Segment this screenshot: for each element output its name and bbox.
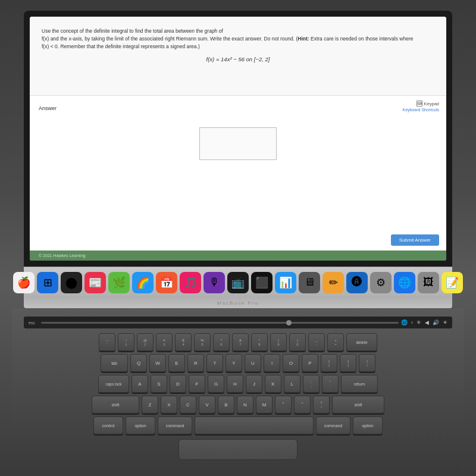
key-k[interactable]: K bbox=[265, 375, 281, 393]
tb-globe-icon: 🌐 bbox=[401, 320, 408, 325]
key-5[interactable]: %5 bbox=[194, 333, 211, 351]
key-option-left[interactable]: option bbox=[126, 416, 155, 434]
key-x[interactable]: X bbox=[161, 396, 177, 414]
key-delete[interactable]: delete bbox=[346, 333, 377, 351]
esc-key-touchbar[interactable]: esc bbox=[29, 321, 35, 325]
touch-bar-icons: 🌐 ‹ ✳ ◀ 🔊 ☀ bbox=[401, 320, 447, 325]
key-7[interactable]: &7 bbox=[232, 333, 249, 351]
key-1[interactable]: !1 bbox=[118, 333, 134, 351]
keyboard-rows: ~` !1 @2 #3 $4 %5 ^6 &7 *8 (9 )0 _- += d… bbox=[24, 333, 452, 434]
answer-label: Answer bbox=[39, 105, 57, 111]
key-l[interactable]: L bbox=[284, 375, 300, 393]
key-p[interactable]: P bbox=[302, 354, 318, 372]
key-i[interactable]: I bbox=[264, 354, 280, 372]
key-u[interactable]: U bbox=[245, 354, 261, 372]
key-3[interactable]: #3 bbox=[156, 333, 173, 351]
problem-area: Use the concept of the definite integral… bbox=[30, 17, 446, 95]
key-g[interactable]: G bbox=[208, 375, 224, 393]
key-f[interactable]: F bbox=[189, 375, 205, 393]
dock-icon-chrome[interactable]: 🌐 bbox=[394, 272, 415, 293]
macos-dock: 🍎 ⊞ ⬤ 📰 🌿 🌈 📅 🎵 🎙 📺 ⬛ 📊 🖥 ✏ 🅐 ⚙ 🌐 🖼 📝 bbox=[24, 267, 452, 298]
key-s[interactable]: S bbox=[151, 375, 167, 393]
dock-icon-podcasts[interactable]: 🎙 bbox=[203, 272, 225, 293]
key-shift-left[interactable]: shift bbox=[92, 396, 139, 414]
keyboard-shortcuts-link[interactable]: Keyboard Shortcuts bbox=[403, 108, 439, 112]
key-h[interactable]: H bbox=[227, 375, 243, 393]
dock-icon-camera[interactable]: ⬤ bbox=[61, 272, 82, 293]
key-o[interactable]: O bbox=[283, 354, 299, 372]
key-backtick[interactable]: ~` bbox=[99, 333, 115, 351]
dock-icon-settings[interactable]: ⚙ bbox=[370, 272, 392, 293]
key-equals[interactable]: += bbox=[327, 333, 344, 351]
instruction-line3: x-axis, by taking the limit of the assoc… bbox=[68, 36, 298, 42]
dock-icon-preview[interactable]: 🖼 bbox=[418, 272, 439, 293]
key-y[interactable]: Y bbox=[226, 354, 242, 372]
tb-volume-icon: 🔊 bbox=[433, 320, 439, 325]
key-comma[interactable]: <, bbox=[275, 396, 292, 414]
dock-icon-finder[interactable]: 🍎 bbox=[13, 272, 35, 293]
keypad-area: ⌨ Keypad Keyboard Shortcuts bbox=[403, 101, 439, 112]
dock-icon-cal[interactable]: 📅 bbox=[156, 272, 177, 293]
key-space[interactable] bbox=[195, 416, 314, 434]
key-period[interactable]: >. bbox=[294, 396, 311, 414]
key-bracket-l[interactable]: {[ bbox=[321, 354, 337, 372]
key-tab[interactable]: tab bbox=[101, 354, 128, 372]
keypad-button[interactable]: ⌨ Keypad bbox=[403, 101, 439, 107]
asdf-row: caps lock A S D F G H J K L :; "' return bbox=[24, 375, 452, 393]
instruction-line1: Use the concept of the definite integral… bbox=[42, 28, 223, 34]
trackpad[interactable] bbox=[178, 439, 298, 460]
key-6[interactable]: ^6 bbox=[213, 333, 230, 351]
key-b[interactable]: B bbox=[218, 396, 234, 414]
key-capslock[interactable]: caps lock bbox=[98, 375, 129, 393]
key-shift-right[interactable]: shift bbox=[332, 396, 384, 414]
key-backslash[interactable]: |\ bbox=[359, 354, 375, 372]
trackpad-area bbox=[24, 439, 452, 460]
key-4[interactable]: $4 bbox=[175, 333, 192, 351]
key-8[interactable]: *8 bbox=[251, 333, 268, 351]
dock-icon-black[interactable]: ⬛ bbox=[251, 272, 273, 293]
key-command-left[interactable]: command bbox=[158, 416, 192, 434]
key-2[interactable]: @2 bbox=[137, 333, 154, 351]
key-bracket-r[interactable]: }] bbox=[340, 354, 356, 372]
key-q[interactable]: Q bbox=[130, 354, 147, 372]
instruction-line4: f(x) < 0. Remember that the definite int… bbox=[42, 43, 200, 49]
key-a[interactable]: A bbox=[131, 375, 148, 393]
key-e[interactable]: E bbox=[168, 354, 185, 372]
key-w[interactable]: W bbox=[149, 354, 166, 372]
key-option-right[interactable]: option bbox=[353, 416, 383, 434]
dock-icon-sticky[interactable]: 📝 bbox=[441, 272, 463, 293]
key-v[interactable]: V bbox=[199, 396, 215, 414]
dock-icon-launchpad[interactable]: ⊞ bbox=[37, 272, 58, 293]
dock-icon-news[interactable]: 📰 bbox=[84, 272, 106, 293]
dock-icon-appletv[interactable]: 📺 bbox=[227, 272, 249, 293]
dock-icon-notes[interactable]: 🌿 bbox=[108, 272, 130, 293]
key-c[interactable]: C bbox=[180, 396, 196, 414]
key-z[interactable]: Z bbox=[142, 396, 158, 414]
dock-icon-pencil[interactable]: ✏ bbox=[322, 272, 344, 293]
key-slash[interactable]: ?/ bbox=[313, 396, 330, 414]
key-minus[interactable]: _- bbox=[308, 333, 325, 351]
dock-icon-photos[interactable]: 🌈 bbox=[132, 272, 154, 293]
key-9[interactable]: (9 bbox=[270, 333, 287, 351]
dock-icon-app[interactable]: 🅐 bbox=[346, 272, 368, 293]
answer-input[interactable] bbox=[199, 127, 277, 160]
key-control[interactable]: control bbox=[93, 416, 123, 434]
submit-button[interactable]: Submit Answer bbox=[391, 234, 439, 246]
dock-icon-stocks[interactable]: 📊 bbox=[275, 272, 296, 293]
key-quote[interactable]: "' bbox=[322, 375, 339, 393]
key-0[interactable]: )0 bbox=[289, 333, 306, 351]
key-d[interactable]: D bbox=[170, 375, 186, 393]
key-m[interactable]: M bbox=[256, 396, 273, 414]
number-row: ~` !1 @2 #3 $4 %5 ^6 &7 *8 (9 )0 _- += d… bbox=[24, 333, 452, 351]
key-r[interactable]: R bbox=[187, 354, 204, 372]
key-t[interactable]: T bbox=[206, 354, 223, 372]
dock-icon-music[interactable]: 🎵 bbox=[180, 272, 201, 293]
dock-icon-screen[interactable]: 🖥 bbox=[299, 272, 320, 293]
key-return[interactable]: return bbox=[341, 375, 378, 393]
key-j[interactable]: J bbox=[246, 375, 262, 393]
screen-content: Use the concept of the definite integral… bbox=[30, 17, 446, 261]
key-n[interactable]: N bbox=[237, 396, 253, 414]
key-semicolon[interactable]: :; bbox=[303, 375, 320, 393]
key-command-right[interactable]: command bbox=[316, 416, 350, 434]
screen-bezel: Use the concept of the definite integral… bbox=[24, 11, 452, 267]
